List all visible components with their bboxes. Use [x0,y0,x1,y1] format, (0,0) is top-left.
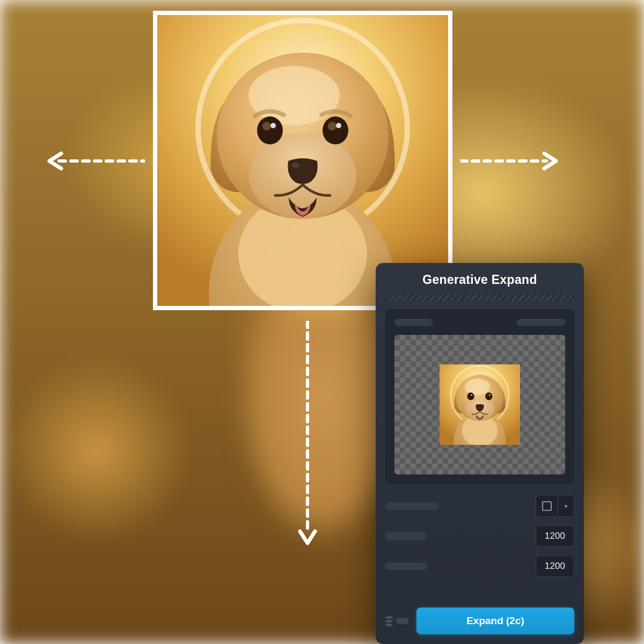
aspect-ratio-select[interactable]: ▼ [536,495,574,517]
svg-point-9 [262,122,271,130]
svg-point-21 [467,392,474,400]
expand-button[interactable]: Expand (2c) [416,608,574,634]
svg-point-23 [471,394,472,396]
svg-point-8 [323,116,348,144]
expand-preview-canvas[interactable] [394,335,565,474]
skeleton-label [394,319,433,326]
credits-indicator [385,616,409,626]
width-input[interactable]: 1200 [536,525,574,547]
svg-point-13 [292,163,299,168]
svg-point-19 [465,378,490,394]
svg-point-12 [336,123,341,128]
puppy-illustration [157,15,448,306]
skeleton-label [396,618,409,624]
svg-point-7 [257,116,283,144]
generative-expand-panel: Generative Expand [376,263,584,644]
svg-point-11 [270,123,276,128]
skeleton-label [385,532,427,540]
height-input[interactable]: 1200 [536,555,574,577]
panel-controls: ▼ 1200 1200 [385,495,574,577]
preview-thumbnail [440,364,520,445]
source-image [157,15,448,306]
credits-stack-icon [385,616,393,626]
svg-point-24 [489,394,491,396]
skeleton-label [385,502,439,510]
chevron-down-icon: ▼ [558,496,574,516]
panel-preview-section [385,310,574,484]
panel-title: Generative Expand [376,263,584,295]
svg-point-5 [248,66,340,125]
panel-divider-hatch [385,295,574,301]
square-aspect-icon [536,496,558,516]
skeleton-label [385,562,427,570]
skeleton-label [517,319,565,326]
svg-point-10 [328,122,336,130]
svg-point-22 [485,392,492,400]
